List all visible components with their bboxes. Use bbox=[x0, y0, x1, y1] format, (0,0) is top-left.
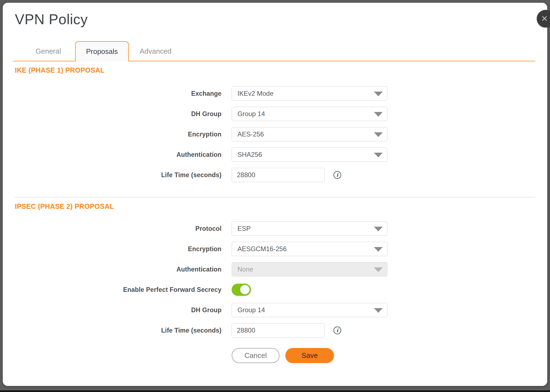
tab-proposals[interactable]: Proposals bbox=[75, 41, 129, 61]
encryption2-select[interactable]: AESGCM16-256 bbox=[232, 242, 387, 256]
dh-group-value: Group 14 bbox=[237, 110, 265, 118]
life-time2-row: Life Time (seconds) i bbox=[3, 323, 547, 338]
authentication-value: SHA256 bbox=[237, 151, 262, 158]
tab-bar: General Proposals Advanced bbox=[13, 41, 535, 61]
pfs-row: Enable Perfect Forward Secrecy bbox=[3, 283, 547, 297]
authentication2-select-disabled: None bbox=[232, 262, 387, 276]
chevron-down-icon bbox=[374, 153, 383, 157]
encryption2-value: AESGCM16-256 bbox=[237, 245, 287, 253]
dh-group2-value: Group 14 bbox=[237, 306, 265, 314]
chevron-down-icon bbox=[374, 132, 383, 137]
phase1-form: Exchange IKEv2 Mode DH Group Group 14 bbox=[3, 86, 547, 182]
encryption-select[interactable]: AES-256 bbox=[232, 127, 387, 141]
authentication2-row: Authentication None bbox=[3, 262, 547, 276]
exchange-row: Exchange IKEv2 Mode bbox=[3, 86, 547, 101]
life-time-input[interactable] bbox=[232, 168, 325, 182]
encryption2-label: Encryption bbox=[3, 245, 221, 253]
life-time-label: Life Time (seconds) bbox=[3, 171, 221, 179]
dialog-title: VPN Policy bbox=[15, 11, 547, 28]
chevron-down-icon bbox=[374, 112, 383, 117]
protocol-label: Protocol bbox=[3, 225, 221, 232]
tab-advanced[interactable]: Advanced bbox=[129, 42, 182, 61]
pfs-label: Enable Perfect Forward Secrecy bbox=[3, 286, 221, 294]
save-button[interactable]: Save bbox=[285, 348, 334, 363]
authentication2-value: None bbox=[237, 265, 253, 273]
life-time-row: Life Time (seconds) i bbox=[3, 168, 547, 182]
info-icon[interactable]: i bbox=[333, 171, 341, 179]
encryption-row: Encryption AES-256 bbox=[3, 127, 547, 141]
info-icon[interactable]: i bbox=[333, 327, 341, 334]
tab-general[interactable]: General bbox=[21, 42, 75, 61]
chevron-down-icon bbox=[374, 308, 383, 313]
chevron-down-icon bbox=[374, 267, 383, 272]
dh-group-row: DH Group Group 14 bbox=[3, 107, 547, 121]
actions-row: Cancel Save bbox=[3, 348, 547, 363]
cancel-button[interactable]: Cancel bbox=[232, 348, 280, 363]
phase2-form: Protocol ESP Encryption AESGCM16-256 bbox=[3, 221, 547, 363]
authentication-row: Authentication SHA256 bbox=[3, 147, 547, 162]
screen-background: VPN Policy General Proposals Advanced IK… bbox=[0, 0, 550, 392]
authentication2-label: Authentication bbox=[3, 266, 221, 273]
pfs-toggle[interactable] bbox=[232, 284, 251, 296]
dh-group-label: DH Group bbox=[3, 110, 221, 118]
authentication-select[interactable]: SHA256 bbox=[232, 147, 387, 162]
dh-group2-label: DH Group bbox=[3, 306, 221, 314]
encryption2-row: Encryption AESGCM16-256 bbox=[3, 242, 547, 256]
exchange-value: IKEv2 Mode bbox=[237, 90, 273, 97]
chevron-down-icon bbox=[374, 92, 383, 96]
vpn-policy-dialog: VPN Policy General Proposals Advanced IK… bbox=[3, 3, 547, 386]
ike-phase1-heading: IKE (PHASE 1) PROPOSAL bbox=[15, 66, 547, 74]
dh-group-select[interactable]: Group 14 bbox=[232, 107, 387, 121]
close-icon: ✕ bbox=[541, 15, 550, 23]
toggle-knob bbox=[240, 285, 250, 294]
exchange-select[interactable]: IKEv2 Mode bbox=[232, 86, 387, 101]
authentication-label: Authentication bbox=[3, 151, 221, 158]
protocol-row: Protocol ESP bbox=[3, 221, 547, 236]
dh-group2-select[interactable]: Group 14 bbox=[232, 303, 387, 317]
chevron-down-icon bbox=[374, 227, 383, 231]
exchange-label: Exchange bbox=[3, 90, 221, 97]
protocol-select[interactable]: ESP bbox=[232, 221, 387, 236]
chevron-down-icon bbox=[374, 247, 383, 252]
dh-group2-row: DH Group Group 14 bbox=[3, 303, 547, 317]
encryption-label: Encryption bbox=[3, 131, 221, 138]
life-time2-label: Life Time (seconds) bbox=[3, 327, 221, 334]
life-time2-input[interactable] bbox=[232, 323, 325, 338]
section-divider bbox=[15, 197, 535, 198]
protocol-value: ESP bbox=[237, 225, 251, 232]
ipsec-phase2-heading: IPSEC (PHASE 2) PROPOSAL bbox=[15, 202, 547, 210]
encryption-value: AES-256 bbox=[237, 130, 264, 138]
